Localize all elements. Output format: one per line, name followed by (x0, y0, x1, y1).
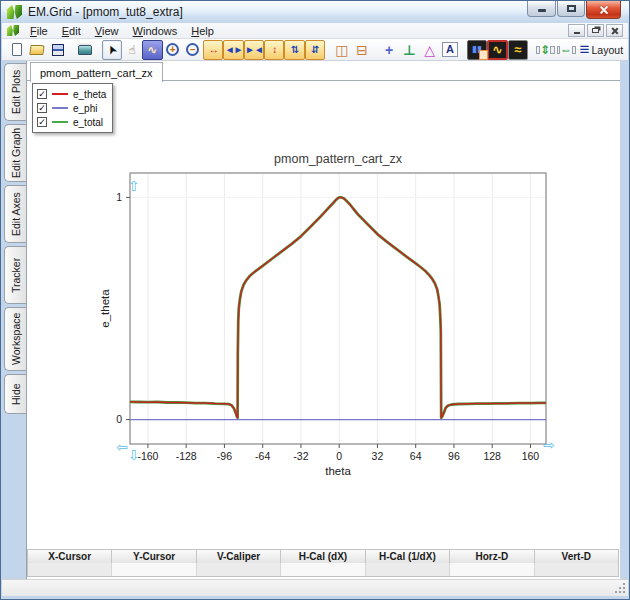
cursor-table-cell (450, 563, 534, 576)
x-tick-label: -32 (293, 450, 308, 462)
angle-marker-button[interactable]: △ (420, 40, 440, 60)
checkbox-e_theta[interactable]: ✓ (37, 89, 47, 99)
pan-left-arrow-icon[interactable]: ⇦ (116, 439, 128, 455)
pan-down-arrow-icon[interactable]: ⇩ (128, 447, 140, 463)
document-tab-label: pmom_pattern_cart_zx (40, 67, 153, 79)
split-vertical-icon: ◫ (335, 43, 348, 57)
angle-marker-icon: △ (424, 43, 435, 57)
mdi-close-icon (611, 27, 619, 35)
zoom-region-button[interactable]: ∿ (142, 40, 162, 60)
menu-edit[interactable]: Edit (55, 23, 88, 38)
expand-horizontal-button[interactable]: ↔ (203, 40, 223, 60)
new-document-button[interactable] (7, 40, 27, 60)
menu-file[interactable]: File (23, 23, 55, 38)
axes-button[interactable]: ⊥ (399, 40, 419, 60)
multi-plot-window-button[interactable]: ≈ (508, 40, 528, 60)
sidebar-tab-edit-graph[interactable]: Edit Graph (4, 124, 26, 182)
layout-button[interactable]: ≡Layout (577, 40, 626, 60)
document-tabbar: pmom_pattern_cart_zx (27, 61, 620, 81)
axes-icon: ⊥ (403, 43, 416, 57)
zoom-in-button[interactable]: + (163, 40, 183, 60)
sidebar-tabstrip: Edit PlotsEdit GraphEdit AxesTrackerWork… (2, 61, 26, 579)
x-tick-label: 128 (483, 450, 501, 462)
expand-vertical-button[interactable]: ↕ (264, 40, 284, 60)
checkbox-e_phi[interactable]: ✓ (37, 103, 47, 113)
cursor-table-header: Y-Cursor (112, 550, 196, 563)
chart-title: pmom_pattern_cart_zx (274, 152, 403, 166)
cursor-table-cell (112, 563, 196, 576)
plot-page: pmom_pattern_cart_zx ✓e_theta✓e_phi✓e_to… (26, 61, 620, 579)
app-window: EM.Grid - [pmom_tut8_extra] FileEditView… (0, 0, 630, 600)
open-file-button[interactable] (27, 40, 47, 60)
sidebar-tab-workspace[interactable]: Workspace (4, 307, 26, 371)
sidebar-tab-edit-axes[interactable]: Edit Axes (4, 185, 26, 243)
space-horizontal-button[interactable]: ⇔ (556, 40, 577, 60)
text-label-button[interactable]: A (440, 40, 460, 60)
split-horizontal-button[interactable]: ⊟ (352, 40, 372, 60)
save-button[interactable] (48, 40, 68, 60)
checkbox-e_total[interactable]: ✓ (37, 117, 47, 127)
shrink-vertical-icon: ⇅ (291, 45, 298, 55)
print-button[interactable] (75, 40, 95, 60)
y-axis-label: e_theta (99, 289, 111, 328)
pan-up-arrow-icon[interactable]: ⇧ (128, 178, 140, 194)
select-cursor-button[interactable]: ➤ (102, 40, 122, 60)
chart-svg: pmom_pattern_cart_zx-160-128-96-64-32032… (97, 147, 567, 483)
resize-grip[interactable] (614, 582, 626, 594)
menu-help[interactable]: Help (184, 23, 221, 38)
zoom-out-button[interactable]: − (183, 40, 203, 60)
compress-horizontal-button[interactable]: ►◄ (244, 40, 264, 60)
cursor-table-header: Horz-D (450, 550, 534, 563)
cursor-table-header: H-Cal (1/dX) (366, 550, 450, 563)
plot-window-button[interactable]: ∿ (487, 40, 507, 60)
series-e_total (130, 197, 546, 417)
pan-hand-button[interactable]: ☝ (122, 40, 142, 60)
pan-right-arrow-icon[interactable]: ⇨ (543, 437, 555, 453)
split-horizontal-icon: ⊟ (356, 43, 368, 57)
sidebar-tab-tracker[interactable]: Tracker (4, 246, 26, 304)
expand-horizontal-icon: ↔ (209, 45, 218, 55)
split-vertical-button[interactable]: ◫ (332, 40, 352, 60)
menu-items: FileEditViewWindowsHelp (23, 23, 221, 38)
sidebar-tab-hide[interactable]: Hide (4, 374, 26, 414)
compress-vertical-button[interactable]: ⇵ (305, 40, 325, 60)
new-document-icon (12, 43, 22, 56)
y-tick-label: 1 (116, 191, 122, 203)
close-icon (599, 5, 609, 15)
text-label-icon: A (442, 42, 458, 57)
window-title: EM.Grid - [pmom_tut8_extra] (28, 5, 183, 19)
mdi-close-button[interactable] (606, 24, 623, 37)
menu-bar: FileEditViewWindowsHelp (2, 23, 628, 39)
histogram-window-button[interactable]: ▮▮ (467, 40, 487, 60)
compress-horizontal-icon: ►◄ (245, 45, 263, 55)
main-content: Edit PlotsEdit GraphEdit AxesTrackerWork… (2, 61, 620, 579)
document-tab[interactable]: pmom_pattern_cart_zx (30, 62, 163, 82)
legend-label-e_theta: e_theta (73, 89, 106, 100)
mdi-minimize-icon (574, 32, 580, 34)
expand-vertical-icon: ↕ (272, 45, 276, 55)
sidebar-tab-edit-plots[interactable]: Edit Plots (4, 63, 26, 121)
legend-row-e_theta: ✓e_theta (37, 87, 106, 101)
crosshair-button[interactable]: + (379, 40, 399, 60)
chart-legend: ✓e_theta✓e_phi✓e_total (32, 83, 113, 133)
x-tick-label: 32 (372, 450, 384, 462)
cursor-table: X-CursorY-CursorV-CaliperH-Cal (dX)H-Cal… (27, 549, 619, 577)
space-vertical-button[interactable]: ⇕ (535, 40, 556, 60)
status-bar (2, 579, 628, 596)
mdi-restore-button[interactable] (587, 24, 604, 37)
save-icon (52, 44, 64, 56)
shrink-horizontal-button[interactable]: ◄► (223, 40, 243, 60)
x-tick-label: 96 (448, 450, 460, 462)
pan-hand-icon: ☝ (128, 44, 135, 56)
close-button[interactable] (586, 1, 621, 19)
zoom-out-icon: − (186, 43, 199, 56)
compress-vertical-icon: ⇵ (311, 45, 318, 55)
menu-windows[interactable]: Windows (126, 23, 185, 38)
minimize-button[interactable] (527, 1, 556, 17)
x-axis-label: theta (325, 465, 351, 477)
maximize-button[interactable] (557, 1, 585, 17)
mdi-minimize-button[interactable] (568, 24, 585, 37)
shrink-vertical-button[interactable]: ⇅ (284, 40, 304, 60)
crosshair-icon: + (385, 43, 393, 57)
menu-view[interactable]: View (88, 23, 126, 38)
